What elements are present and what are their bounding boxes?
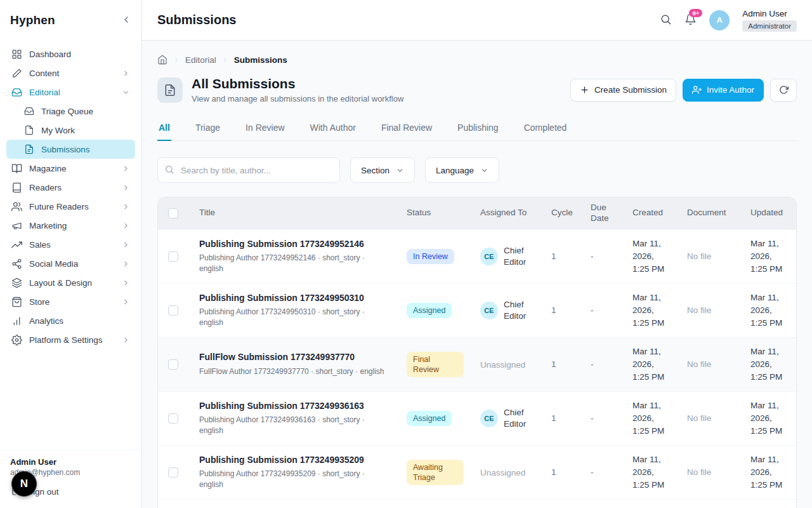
- tab-with-author[interactable]: With Author: [309, 117, 357, 141]
- user-plus-icon: [692, 85, 702, 95]
- home-icon[interactable]: [157, 55, 167, 65]
- row-checkbox[interactable]: [168, 467, 178, 478]
- column-header-created: Created: [624, 203, 678, 224]
- tab-publishing[interactable]: Publishing: [456, 117, 500, 141]
- refresh-icon: [779, 85, 789, 95]
- language-filter-dropdown[interactable]: Language: [425, 157, 499, 183]
- table-row[interactable]: [158, 499, 796, 508]
- sidebar-item-editorial[interactable]: Editorial: [6, 83, 135, 102]
- row-checkbox[interactable]: [168, 305, 178, 316]
- chevron-right-icon: [122, 203, 130, 211]
- filter-bar: Section Language: [157, 157, 797, 183]
- sidebar-item-my-work[interactable]: My Work: [6, 121, 135, 140]
- created-value: Mar 11, 2026, 1:25 PM: [624, 392, 678, 444]
- refresh-button[interactable]: [770, 79, 797, 102]
- sidebar-item-triage-queue[interactable]: Triage Queue: [6, 102, 135, 121]
- gear-icon: [11, 335, 22, 345]
- sidebar-collapse-button[interactable]: [121, 15, 131, 27]
- sidebar-item-platform-settings[interactable]: Platform & Settings: [6, 330, 135, 349]
- status-badge: In Review: [407, 249, 454, 264]
- sidebar-item-submissions[interactable]: Submissions: [6, 140, 135, 159]
- tab-triage[interactable]: Triage: [194, 117, 221, 141]
- table-row[interactable]: Publishing Submission 1773249952146 Publ…: [158, 229, 796, 283]
- chevron-right-icon: [122, 260, 130, 268]
- sidebar-item-layout-design[interactable]: Layout & Design: [6, 273, 135, 292]
- cycle-value: 1: [542, 406, 582, 431]
- section-filter-dropdown[interactable]: Section: [350, 157, 415, 183]
- assignee-avatar: CE: [480, 410, 498, 427]
- book-icon: [11, 182, 22, 193]
- table-row[interactable]: Publishing Submission 1773249935209 Publ…: [158, 445, 796, 499]
- sidebar-item-readers[interactable]: Readers: [6, 178, 135, 197]
- sidebar-item-content[interactable]: Content: [6, 64, 135, 83]
- sidebar-item-label: Editorial: [29, 88, 115, 97]
- dev-tools-badge[interactable]: N: [11, 471, 37, 497]
- user-avatar[interactable]: A: [709, 10, 730, 30]
- submission-subtitle: Publishing Author 1773249935209 · short_…: [199, 469, 390, 491]
- row-checkbox[interactable]: [168, 413, 178, 424]
- page-title: All Submissions: [192, 76, 403, 91]
- chevron-right-icon: [122, 298, 130, 306]
- sidebar: Hyphen Dashboard Content Editorial: [0, 0, 142, 508]
- assignee-name: Chief Editor: [504, 245, 535, 268]
- layers-icon: [11, 277, 22, 288]
- document-value: No file: [678, 352, 742, 377]
- page-subtitle: View and manage all submissions in the e…: [192, 94, 403, 104]
- sidebar-item-label: Platform & Settings: [29, 335, 115, 345]
- assignee-avatar: CE: [480, 248, 498, 265]
- sidebar-item-future-readers[interactable]: Future Readers: [6, 197, 135, 216]
- search-input[interactable]: [157, 157, 340, 183]
- sidebar-item-dashboard[interactable]: Dashboard: [6, 44, 135, 64]
- inbox-icon: [24, 106, 34, 116]
- due-date-value: -: [582, 352, 624, 377]
- due-date-value: -: [582, 244, 624, 269]
- search-button[interactable]: [660, 13, 672, 27]
- app-logo: Hyphen: [10, 13, 55, 27]
- sidebar-item-label: Store: [29, 297, 115, 307]
- sidebar-item-sales[interactable]: Sales: [6, 235, 135, 254]
- breadcrumb-editorial[interactable]: Editorial: [185, 55, 216, 65]
- document-value: No file: [678, 406, 742, 431]
- table-row[interactable]: Publishing Submission 1773249936163 Publ…: [158, 391, 796, 445]
- sidebar-item-label: Layout & Design: [29, 278, 115, 288]
- select-all-checkbox[interactable]: [168, 208, 178, 218]
- sidebar-item-marketing[interactable]: Marketing: [6, 216, 135, 235]
- cycle-value: 1: [542, 352, 582, 377]
- invite-author-button[interactable]: Invite Author: [683, 79, 764, 102]
- due-date-value: -: [582, 298, 624, 323]
- sidebar-item-magazine[interactable]: Magazine: [6, 159, 135, 178]
- column-header-assigned: Assigned To: [471, 203, 542, 224]
- tab-in-review[interactable]: In Review: [244, 117, 285, 141]
- column-header-updated: Updated: [742, 203, 796, 224]
- row-checkbox[interactable]: [168, 359, 178, 370]
- sidebar-item-store[interactable]: Store: [6, 292, 135, 311]
- app-root: Hyphen Dashboard Content Editorial: [0, 0, 812, 508]
- sidebar-item-social-media[interactable]: Social Media: [6, 254, 135, 273]
- file-icon: [24, 125, 34, 135]
- notification-badge: 9+: [689, 9, 702, 18]
- sidebar-nav: Dashboard Content Editorial Triage Queue…: [0, 41, 141, 449]
- status-badge: Final Review: [407, 352, 464, 378]
- breadcrumb: Editorial Submissions: [157, 55, 797, 65]
- sidebar-item-label: My Work: [41, 126, 130, 135]
- create-submission-button[interactable]: Create Submission: [570, 79, 676, 102]
- user-role-badge: Administrator: [742, 20, 797, 32]
- document-value: No file: [678, 298, 742, 323]
- sidebar-item-label: Dashboard: [29, 50, 130, 59]
- table-row[interactable]: FullFlow Submission 1773249937770 FullFl…: [158, 337, 796, 391]
- dashboard-icon: [11, 49, 22, 60]
- assignee-avatar: CE: [480, 302, 498, 319]
- assignee-name: Chief Editor: [504, 407, 535, 430]
- table-row[interactable]: Publishing Submission 1773249950310 Publ…: [158, 283, 796, 337]
- notifications-button[interactable]: 9+: [684, 13, 697, 27]
- sidebar-item-analytics[interactable]: Analytics: [6, 311, 135, 330]
- row-checkbox[interactable]: [168, 251, 178, 262]
- column-header-title: Title: [190, 203, 398, 224]
- tab-final-review[interactable]: Final Review: [380, 117, 433, 141]
- submission-title: Publishing Submission 1773249935209: [199, 454, 390, 465]
- share-icon: [11, 258, 22, 269]
- tab-all[interactable]: All: [157, 117, 171, 141]
- footer-user-name: Admin User: [10, 457, 131, 467]
- tab-completed[interactable]: Completed: [523, 117, 568, 141]
- sidebar-item-label: Social Media: [29, 259, 115, 269]
